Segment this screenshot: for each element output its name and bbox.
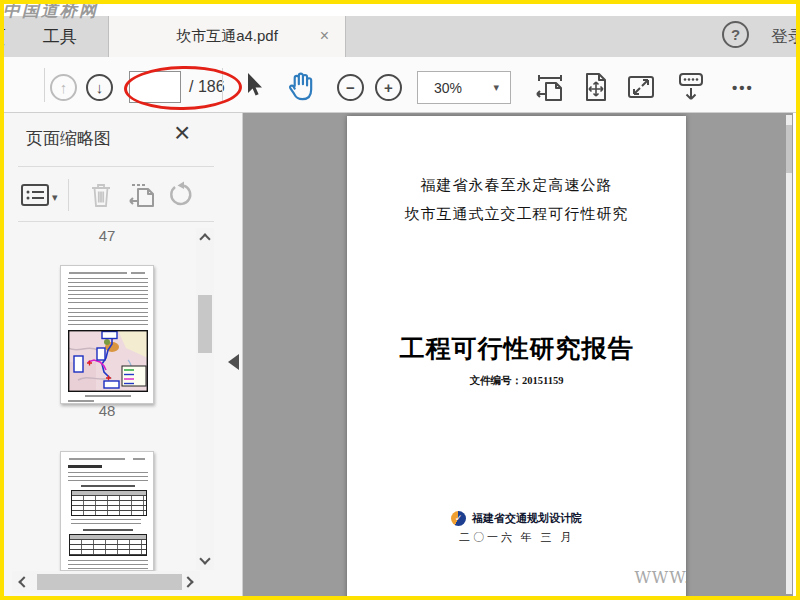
thumbnail-page-number: 48 bbox=[60, 402, 154, 419]
map-figure bbox=[68, 330, 148, 392]
help-icon[interactable]: ? bbox=[722, 21, 749, 48]
sidebar-vertical-scrollbar[interactable] bbox=[196, 228, 214, 570]
thumbnail-page-number: 47 bbox=[60, 227, 154, 244]
zoom-in-button[interactable]: + bbox=[375, 74, 402, 101]
hide-toolbar-icon bbox=[674, 71, 708, 105]
chevron-up-icon bbox=[199, 233, 210, 244]
scrollbar-thumb[interactable] bbox=[198, 295, 212, 353]
cover-organization-row: ✓ 福建省交通规划设计院 bbox=[347, 511, 686, 526]
divider bbox=[18, 221, 214, 222]
fullscreen-icon bbox=[626, 72, 656, 102]
fit-width-button[interactable] bbox=[534, 71, 566, 103]
cover-header-line1: 福建省永春至永定高速公路 bbox=[347, 176, 686, 195]
cover-main-title: 工程可行性研究报告 bbox=[347, 332, 686, 365]
tab-bar: 页 工具 坎市互通a4.pdf × ? 登录 bbox=[0, 16, 800, 57]
hide-toolbar-button[interactable] bbox=[674, 71, 708, 105]
thumbnails-panel: 页面缩略图 × ▾ bbox=[4, 113, 243, 596]
thumbnail-page-47[interactable] bbox=[60, 265, 154, 404]
scrollbar-thumb[interactable] bbox=[786, 125, 792, 173]
organization-name: 福建省交通规划设计院 bbox=[472, 511, 582, 526]
toolbar-separator bbox=[44, 68, 45, 102]
panel-collapse-handle[interactable] bbox=[228, 354, 239, 370]
tab-tools[interactable]: 工具 bbox=[18, 16, 102, 57]
thumbnail-page-48[interactable] bbox=[60, 451, 154, 571]
scroll-left-button[interactable] bbox=[14, 571, 34, 593]
divider bbox=[68, 179, 69, 211]
tab-home[interactable]: 页 bbox=[0, 25, 12, 49]
tab-document[interactable]: 坎市互通a4.pdf × bbox=[108, 16, 346, 57]
scroll-right-button[interactable] bbox=[178, 571, 198, 593]
hand-tool-button[interactable] bbox=[286, 70, 316, 102]
cover-doc-number: 文件编号：20151159 bbox=[347, 374, 686, 388]
thumbnail-list: 47 bbox=[4, 223, 196, 571]
more-tools-button[interactable]: ••• bbox=[722, 71, 764, 103]
zoom-level-value: 30% bbox=[434, 80, 462, 96]
cover-date: 二〇一六 年 三 月 bbox=[347, 530, 686, 545]
crop-pages-icon bbox=[128, 181, 158, 209]
next-page-button[interactable]: ↓ bbox=[86, 74, 113, 101]
fit-width-icon bbox=[534, 71, 566, 103]
document-view: 福建省永春至永定高速公路 坎市互通式立交工程可行性研究 工程可行性研究报告 文件… bbox=[243, 113, 793, 596]
organization-logo: ✓ bbox=[451, 511, 466, 526]
rotate-icon bbox=[168, 181, 194, 209]
cover-header-line2: 坎市互通式立交工程可行性研究 bbox=[347, 205, 686, 224]
hand-icon bbox=[286, 70, 316, 102]
pdf-viewer-window: 中国道桥网 页 工具 坎市互通a4.pdf × ? 登录 ↑ ↓ / 186 − bbox=[0, 0, 800, 600]
panel-close-icon[interactable]: × bbox=[174, 117, 190, 149]
fullscreen-button[interactable] bbox=[626, 72, 656, 102]
zoom-out-button[interactable]: − bbox=[337, 74, 364, 101]
document-tab-title: 坎市互通a4.pdf bbox=[176, 27, 278, 46]
trash-icon bbox=[88, 181, 114, 209]
chevron-left-icon bbox=[18, 576, 29, 587]
sidebar-horizontal-scrollbar[interactable] bbox=[12, 571, 200, 593]
zoom-level-select[interactable]: 30% ▾ bbox=[417, 71, 511, 104]
panel-title: 页面缩略图 bbox=[26, 127, 111, 150]
scroll-down-button[interactable] bbox=[196, 550, 214, 568]
document-vertical-scrollbar[interactable] bbox=[786, 115, 792, 594]
crop-pages-button[interactable] bbox=[128, 181, 158, 209]
fit-page-icon bbox=[579, 71, 611, 103]
select-tool-button[interactable] bbox=[242, 70, 264, 100]
scrollbar-thumb[interactable] bbox=[37, 574, 182, 590]
login-link[interactable]: 登录 bbox=[771, 25, 797, 48]
divider bbox=[18, 166, 214, 167]
chevron-down-icon: ▾ bbox=[52, 191, 58, 204]
chevron-down-icon: ▾ bbox=[493, 81, 499, 94]
close-document-icon[interactable]: × bbox=[320, 26, 329, 46]
rotate-page-button[interactable] bbox=[168, 181, 194, 209]
chevron-down-icon bbox=[199, 553, 210, 564]
annotation-red-ellipse bbox=[124, 65, 243, 111]
site-watermark: 中国道桥网 bbox=[3, 0, 98, 22]
main-toolbar: ↑ ↓ / 186 − + 30% ▾ bbox=[0, 57, 800, 113]
list-options-icon bbox=[20, 183, 50, 207]
delete-page-button[interactable] bbox=[88, 181, 114, 209]
fit-page-button[interactable] bbox=[579, 71, 611, 103]
page-watermark: WWW. bbox=[634, 568, 686, 587]
chevron-right-icon bbox=[182, 576, 193, 587]
scroll-up-button[interactable] bbox=[196, 230, 214, 248]
pdf-page[interactable]: 福建省永春至永定高速公路 坎市互通式立交工程可行性研究 工程可行性研究报告 文件… bbox=[347, 116, 686, 596]
thumbnail-options-button[interactable] bbox=[20, 183, 50, 207]
previous-page-button[interactable]: ↑ bbox=[50, 74, 77, 101]
pointer-icon bbox=[242, 70, 264, 100]
